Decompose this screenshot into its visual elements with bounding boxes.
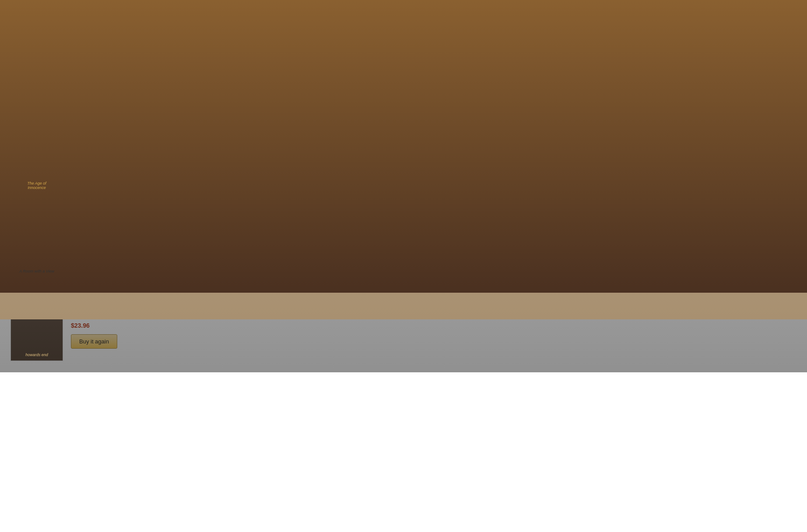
items-list: Getting ThingsDone The Art ofStress-Free…	[11, 36, 691, 370]
order-body: Getting ThingsDone The Art ofStress-Free…	[0, 27, 807, 378]
